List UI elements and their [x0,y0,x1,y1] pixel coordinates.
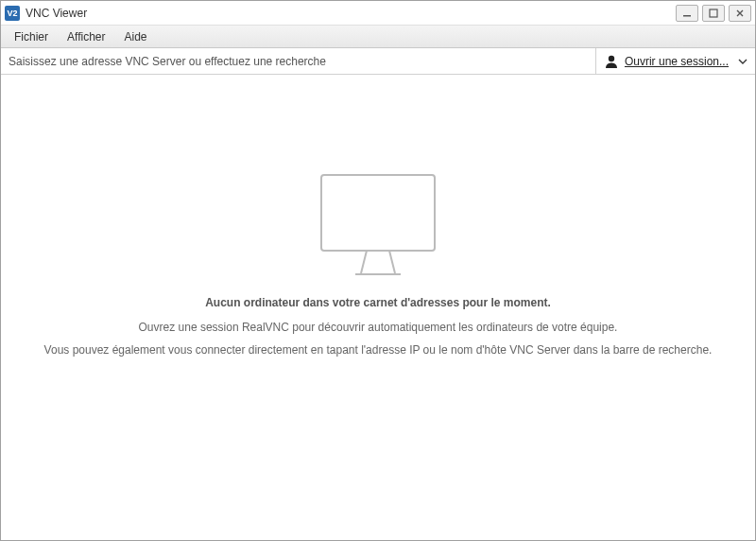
menu-view[interactable]: Afficher [58,27,114,46]
menubar: Fichier Afficher Aide [1,26,755,48]
content-area: Aucun ordinateur dans votre carnet d'adr… [1,75,755,540]
menu-help[interactable]: Aide [114,27,156,46]
app-icon: V2 [5,6,20,21]
svg-rect-0 [683,15,691,17]
svg-point-2 [609,55,614,61]
open-session-label: Ouvrir une session... [625,55,729,68]
maximize-button[interactable] [702,5,725,22]
monitor-icon [319,173,437,277]
menu-file[interactable]: Fichier [5,27,58,46]
svg-rect-1 [710,9,717,17]
chevron-down-icon [738,59,747,64]
maximize-icon [709,9,718,18]
empty-state-line1: Ouvrez une session RealVNC pour découvri… [120,321,637,334]
toolbar: Ouvrir une session... [1,48,755,75]
app-window: V2 VNC Viewer Fichier Afficher Aide Ouvr… [0,0,756,541]
empty-state-line2: Vous pouvez également vous connecter dir… [26,343,731,357]
titlebar[interactable]: V2 VNC Viewer [1,1,755,26]
svg-rect-3 [321,175,435,251]
user-icon [604,54,619,69]
open-session-button[interactable]: Ouvrir une session... [596,48,755,74]
window-controls [676,5,751,22]
close-button[interactable] [729,5,751,22]
minimize-button[interactable] [676,5,698,22]
empty-state-title: Aucun ordinateur dans votre carnet d'adr… [205,296,551,309]
close-icon [735,9,745,18]
window-title: VNC Viewer [26,7,676,20]
search-input[interactable] [1,48,596,74]
minimize-icon [682,9,692,18]
